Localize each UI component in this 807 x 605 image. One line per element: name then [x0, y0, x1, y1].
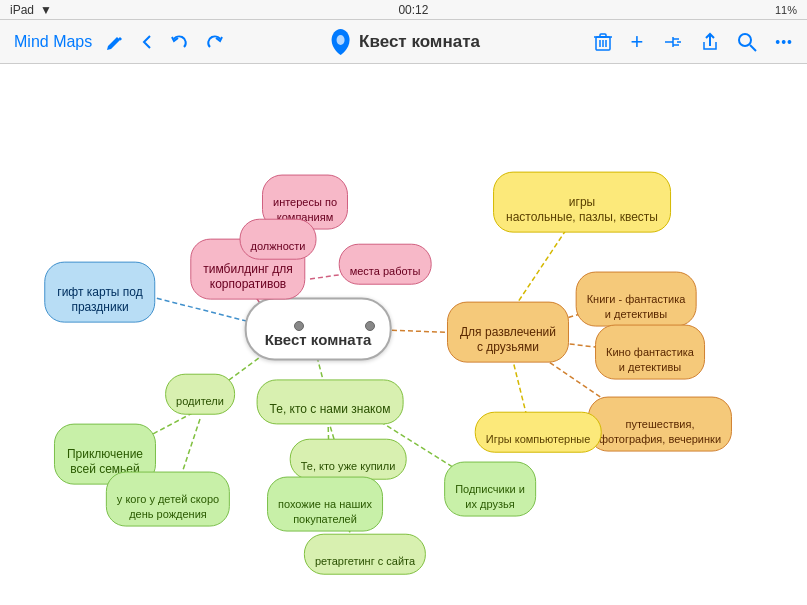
svg-rect-6 — [600, 34, 606, 37]
center-node-dot-right — [365, 321, 375, 331]
add-node-button[interactable]: + — [624, 25, 649, 59]
node-similar-buyers[interactable]: похожие на наших покупателей — [267, 477, 383, 532]
toolbar-center: Квест комната — [327, 27, 480, 57]
add-icon: + — [630, 29, 643, 55]
redo-icon — [204, 33, 224, 51]
node-cinema[interactable]: Кино фантастика и детективы — [595, 325, 705, 380]
search-icon — [737, 32, 757, 52]
edit-button[interactable] — [100, 29, 130, 55]
node-parents[interactable]: родители — [165, 374, 235, 415]
mind-maps-label: Mind Maps — [14, 33, 92, 51]
svg-point-12 — [739, 34, 751, 46]
edit-icon — [106, 33, 124, 51]
back-button[interactable] — [132, 29, 162, 55]
node-subscribers[interactable]: Подписчики и их друзья — [444, 462, 536, 517]
node-mesta-raboty[interactable]: места работы — [339, 244, 432, 285]
more-button[interactable]: ••• — [769, 30, 799, 54]
center-node-dot-left — [294, 321, 304, 331]
node-books[interactable]: Книги - фантастика и детективы — [576, 272, 697, 327]
app-logo-icon — [327, 27, 353, 57]
node-gift-cards[interactable]: гифт карты под праздники — [44, 262, 155, 323]
trash-icon — [594, 32, 612, 52]
search-button[interactable] — [731, 28, 763, 56]
node-dolzhnosti[interactable]: должности — [240, 219, 317, 260]
map-title: Квест комната — [359, 32, 480, 52]
node-computer-games[interactable]: Игры компьютерные — [475, 412, 602, 453]
mind-map-canvas[interactable]: Квест комната тимбилдинг для корпоративо… — [0, 64, 807, 605]
node-familiar[interactable]: Те, кто с нами знаком — [257, 379, 404, 424]
undo-icon — [170, 33, 190, 51]
node-entertainment[interactable]: Для развлечений с друзьями — [447, 302, 569, 363]
battery-indicator: 11% — [775, 4, 797, 16]
time-display: 00:12 — [398, 3, 428, 17]
svg-line-13 — [750, 45, 756, 51]
share-button[interactable] — [695, 28, 725, 56]
redo-button[interactable] — [198, 29, 230, 55]
more-icon: ••• — [775, 34, 793, 50]
delete-button[interactable] — [588, 28, 618, 56]
back-arrow-icon — [138, 33, 156, 51]
node-games-board[interactable]: игры настольные, пазлы, квесты — [493, 172, 671, 233]
toolbar: Mind Maps — [0, 20, 807, 64]
node-retargeting[interactable]: ретаргетинг с сайта — [304, 534, 426, 575]
node-already-bought[interactable]: Те, кто уже купили — [290, 439, 407, 480]
signal-icon: ▼ — [40, 3, 52, 17]
add-child-button[interactable] — [655, 28, 689, 56]
share-icon — [701, 32, 719, 52]
node-travel[interactable]: путешествия, фотография, вечеринки — [588, 397, 732, 452]
svg-point-0 — [336, 35, 344, 45]
add-child-icon — [661, 32, 683, 52]
undo-button[interactable] — [164, 29, 196, 55]
mind-maps-back-button[interactable]: Mind Maps — [8, 29, 98, 55]
status-bar: iPad ▼ 00:12 11% — [0, 0, 807, 20]
node-bday-kids[interactable]: у кого у детей скоро день рождения — [106, 472, 230, 527]
device-label: iPad — [10, 3, 34, 17]
